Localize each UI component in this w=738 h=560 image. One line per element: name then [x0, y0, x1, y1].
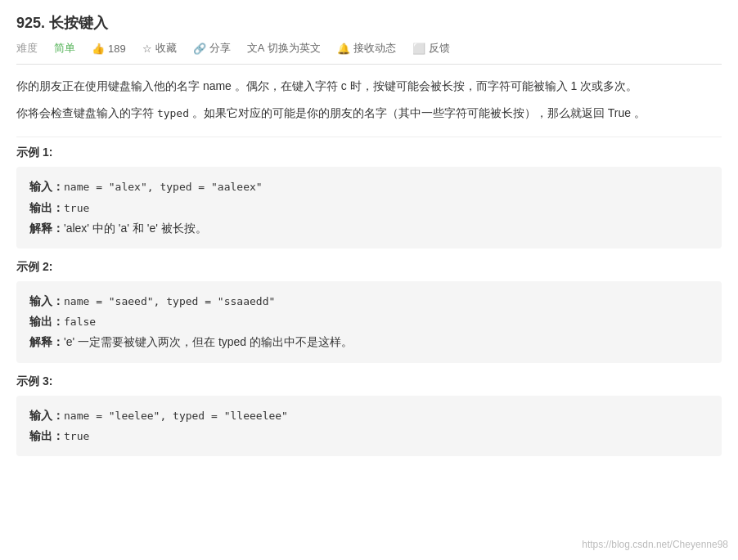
example-1-input-label: 输入：	[29, 180, 64, 193]
description-para2: 你将会检查键盘输入的字符 typed 。如果它对应的可能是你的朋友的名字（其中一…	[16, 103, 722, 123]
example-1-explain-value: 'alex' 中的 'a' 和 'e' 被长按。	[64, 222, 207, 235]
like-count: 189	[108, 43, 126, 55]
switch-icon: 文A	[247, 41, 265, 56]
example-2-explain-row: 解释：'e' 一定需要被键入两次，但在 typed 的输出中不是这样。	[29, 332, 709, 352]
example-3-input-row: 输入：name = "leelee", typed = "lleeelee"	[29, 405, 709, 426]
example-2-input-value: name = "saeed", typed = "ssaaedd"	[64, 295, 275, 307]
feedback-icon: ⬜	[412, 43, 425, 55]
example-3-input-label: 输入：	[29, 409, 64, 422]
feedback-label: 反馈	[429, 41, 450, 56]
example-1-explain-row: 解释：'alex' 中的 'a' 和 'e' 被长按。	[29, 218, 709, 239]
page-title: 925. 长按键入	[16, 13, 722, 33]
example-2-input-row: 输入：name = "saeed", typed = "ssaaedd"	[29, 291, 709, 311]
example-3-title: 示例 3:	[16, 374, 722, 389]
example-1-explain-label: 解释：	[29, 222, 64, 235]
divider	[16, 137, 722, 137]
example-3-output-row: 输出：true	[29, 426, 709, 446]
switch-label: 切换为英文	[268, 41, 321, 56]
example-1-input-row: 输入：name = "alex", typed = "aaleex"	[29, 177, 709, 197]
example-3-input-value: name = "leelee", typed = "lleeelee"	[64, 410, 288, 422]
notify-button[interactable]: 🔔 接收动态	[337, 41, 396, 56]
example-1-block: 输入：name = "alex", typed = "aaleex" 输出：tr…	[16, 167, 722, 249]
share-icon: 🔗	[193, 43, 206, 55]
example-1-input-value: name = "alex", typed = "aaleex"	[64, 181, 263, 193]
description-para1: 你的朋友正在使用键盘输入他的名字 name 。偶尔，在键入字符 c 时，按键可能…	[16, 76, 722, 96]
example-2-explain-value: 'e' 一定需要被键入两次，但在 typed 的输出中不是这样。	[64, 335, 353, 348]
toolbar: 难度 简单 👍 189 ☆ 收藏 🔗 分享 文A 切换为英文 🔔 接收动态 ⬜ …	[16, 41, 722, 65]
collect-icon: ☆	[142, 43, 152, 55]
feedback-button[interactable]: ⬜ 反馈	[412, 41, 450, 56]
example-2-output-value: false	[64, 316, 96, 328]
example-2-title: 示例 2:	[16, 260, 722, 275]
example-3-block: 输入：name = "leelee", typed = "lleeelee" 输…	[16, 396, 722, 456]
difficulty-value: 简单	[54, 41, 75, 56]
notify-icon: 🔔	[337, 43, 350, 55]
example-1-output-label: 输出：	[29, 201, 64, 214]
desc-para2-code: typed	[157, 107, 189, 119]
example-2-explain-label: 解释：	[29, 335, 64, 348]
like-button[interactable]: 👍 189	[92, 43, 126, 55]
example-3-output-label: 输出：	[29, 429, 64, 442]
desc-para2-suffix: 。如果它对应的可能是你的朋友的名字（其中一些字符可能被长按），那么就返回 Tru…	[189, 106, 646, 119]
difficulty-label: 难度	[16, 41, 38, 56]
like-icon: 👍	[92, 43, 105, 55]
share-button[interactable]: 🔗 分享	[193, 41, 231, 56]
switch-language-button[interactable]: 文A 切换为英文	[247, 41, 322, 56]
example-1-output-row: 输出：true	[29, 198, 709, 218]
collect-label: 收藏	[155, 41, 177, 56]
example-1-output-value: true	[64, 202, 89, 214]
example-2-block: 输入：name = "saeed", typed = "ssaaedd" 输出：…	[16, 281, 722, 363]
example-1-title: 示例 1:	[16, 146, 722, 160]
example-2-input-label: 输入：	[29, 294, 64, 307]
share-label: 分享	[209, 41, 231, 56]
example-3-output-value: true	[64, 430, 89, 442]
desc-para2-prefix: 你将会检查键盘输入的字符	[16, 106, 157, 119]
notify-label: 接收动态	[353, 41, 396, 56]
example-2-output-row: 输出：false	[29, 311, 709, 332]
example-2-output-label: 输出：	[29, 315, 64, 328]
collect-button[interactable]: ☆ 收藏	[142, 41, 177, 56]
description: 你的朋友正在使用键盘输入他的名字 name 。偶尔，在键入字符 c 时，按键可能…	[16, 76, 722, 123]
